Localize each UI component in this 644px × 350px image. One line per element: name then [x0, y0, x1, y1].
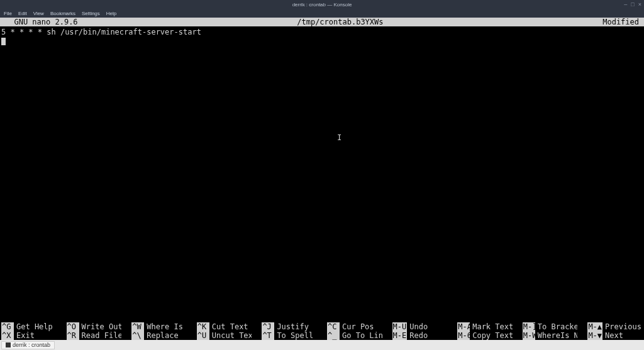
nano-filename: /tmp/crontab.b3YXWs	[78, 18, 603, 26]
shortcut-key: M-W	[523, 331, 535, 340]
shortcut-key: M-]	[523, 322, 535, 331]
shortcut-label: Exit	[16, 331, 35, 340]
minimize-icon[interactable]: –	[624, 1, 627, 8]
nano-shortcut-bar: ^GGet Help^XExit^OWrite Out^RRead File^W…	[0, 322, 644, 340]
shortcut-key: ^\	[131, 331, 144, 340]
shortcut-col: ^CCur Pos^_Go To Line	[327, 322, 382, 340]
shortcut-label: Where Is	[147, 322, 183, 331]
shortcut-label: To Bracket	[538, 322, 578, 331]
shortcut-item: ^RRead File	[67, 331, 122, 340]
shortcut-label: Write Out	[82, 322, 122, 331]
shortcut-item: ^_Go To Line	[327, 331, 382, 340]
shortcut-label: Copy Text	[472, 331, 513, 340]
shortcut-label: Justify	[277, 322, 309, 331]
shortcut-key: ^O	[67, 322, 79, 331]
shortcut-label: Read File	[82, 331, 122, 340]
menu-bookmarks[interactable]: Bookmarks	[50, 11, 75, 16]
shortcut-item: ^\Replace	[131, 331, 187, 340]
shortcut-key: M-6	[457, 331, 470, 340]
shortcut-key: ^G	[1, 322, 14, 331]
shortcut-label: Uncut Text	[212, 331, 252, 340]
shortcut-item: ^WWhere Is	[131, 322, 187, 331]
shortcut-item: ^TTo Spell	[262, 331, 317, 340]
shortcut-label: Cur Pos	[342, 322, 374, 331]
shortcut-label: Next	[605, 331, 623, 340]
menu-view[interactable]: View	[33, 11, 44, 16]
shortcut-item: M-WWhereIs Next	[523, 331, 578, 340]
menubar: File Edit View Bookmarks Settings Help	[0, 9, 644, 18]
shortcut-key: ^X	[1, 331, 14, 340]
shortcut-label: Cut Text	[212, 322, 248, 331]
shortcut-key: M-▲	[587, 322, 602, 331]
shortcut-col: ^JJustify^TTo Spell	[262, 322, 317, 340]
shortcut-key: M-A	[457, 322, 470, 331]
shortcut-key: ^R	[67, 331, 79, 340]
menu-file[interactable]: File	[4, 11, 12, 16]
shortcut-item: M-AMark Text	[457, 322, 513, 331]
taskbar-item-label: derrik : crontab	[13, 342, 50, 348]
shortcut-item: ^KCut Text	[197, 322, 252, 331]
close-icon[interactable]: ×	[638, 1, 641, 8]
terminal[interactable]: GNU nano 2.9.6 /tmp/crontab.b3YXWs Modif…	[0, 18, 644, 340]
shortcut-col: M-AMark TextM-6Copy Text	[457, 322, 513, 340]
shortcut-key: ^J	[262, 322, 274, 331]
shortcut-item: M-ERedo	[392, 331, 448, 340]
shortcut-col: ^GGet Help^XExit	[1, 322, 57, 340]
taskbar-item[interactable]: derrik : crontab	[1, 341, 55, 349]
shortcut-col: M-UUndoM-ERedo	[392, 322, 448, 340]
shortcut-label: WhereIs Next	[538, 331, 578, 340]
shortcut-item: M-▼Next	[587, 331, 643, 340]
editor-content[interactable]: 5 * * * * sh /usr/bin/minecraft-server-s…	[0, 26, 644, 322]
shortcut-key: M-U	[392, 322, 408, 331]
shortcut-label: Previous	[605, 322, 641, 331]
shortcut-col: M-▲PreviousM-▼Next	[587, 322, 643, 340]
editor-line-1: 5 * * * * sh /usr/bin/minecraft-server-s…	[1, 28, 201, 36]
shortcut-key: ^C	[327, 322, 340, 331]
nano-modified: Modified	[602, 18, 643, 26]
shortcut-col: M-]To BracketM-WWhereIs Next	[523, 322, 578, 340]
shortcut-label: Get Help	[16, 322, 53, 331]
shortcut-col: ^KCut Text^UUncut Text	[197, 322, 252, 340]
shortcut-col: ^WWhere Is^\Replace	[131, 322, 187, 340]
shortcut-key: ^T	[262, 331, 274, 340]
shortcut-item: ^CCur Pos	[327, 322, 382, 331]
shortcut-item: M-]To Bracket	[523, 322, 578, 331]
shortcut-item: ^XExit	[1, 331, 57, 340]
text-cursor-icon: I	[337, 133, 341, 142]
shortcut-label: Mark Text	[472, 322, 513, 331]
menu-settings[interactable]: Settings	[82, 11, 100, 16]
shortcut-item: ^UUncut Text	[197, 331, 252, 340]
shortcut-item: ^JJustify	[262, 322, 317, 331]
shortcut-item: M-UUndo	[392, 322, 448, 331]
menu-help[interactable]: Help	[106, 11, 116, 16]
shortcut-item: ^OWrite Out	[67, 322, 122, 331]
shortcut-item: M-▲Previous	[587, 322, 643, 331]
taskbar: derrik : crontab	[0, 340, 644, 350]
shortcut-key: M-E	[392, 331, 408, 340]
shortcut-key: ^U	[197, 331, 209, 340]
shortcut-item: M-6Copy Text	[457, 331, 513, 340]
shortcut-item: ^GGet Help	[1, 322, 57, 331]
window-titlebar: derrik : crontab — Konsole – □ ×	[0, 0, 644, 9]
maximize-icon[interactable]: □	[631, 1, 634, 8]
shortcut-label: Undo	[409, 322, 428, 331]
cursor-icon	[1, 38, 6, 45]
shortcut-key: ^_	[327, 331, 340, 340]
shortcut-label: Go To Line	[342, 331, 382, 340]
menu-edit[interactable]: Edit	[18, 11, 27, 16]
window-title: derrik : crontab — Konsole	[292, 2, 352, 8]
shortcut-label: Redo	[409, 331, 428, 340]
nano-version: GNU nano 2.9.6	[1, 18, 78, 26]
shortcut-key: M-▼	[587, 331, 602, 340]
window-controls: – □ ×	[624, 0, 641, 9]
shortcut-key: ^W	[131, 322, 144, 331]
shortcut-key: ^K	[197, 322, 209, 331]
shortcut-col: ^OWrite Out^RRead File	[67, 322, 122, 340]
shortcut-label: Replace	[147, 331, 179, 340]
nano-statusbar: GNU nano 2.9.6 /tmp/crontab.b3YXWs Modif…	[0, 18, 644, 26]
terminal-icon	[6, 342, 11, 347]
shortcut-label: To Spell	[277, 331, 313, 340]
